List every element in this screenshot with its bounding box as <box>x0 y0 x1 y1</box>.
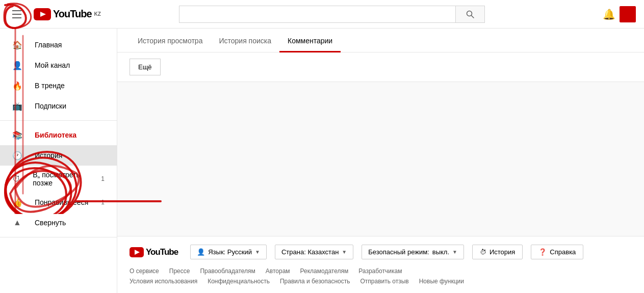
footer-links: О сервисе Прессе Правообладателям Автора… <box>130 268 632 275</box>
footer-youtube-icon <box>130 247 144 257</box>
sidebar-item-watch-later[interactable]: ⏱ В„ посмотреть позже 1 <box>0 166 117 192</box>
sidebar-item-liked[interactable]: 👍 Понравившееся 1 <box>0 192 117 212</box>
sidebar-label-collapse: Свернуть <box>35 219 66 227</box>
footer-logo-text: YouTube <box>146 247 178 257</box>
history-icon: 🕐 <box>12 150 22 161</box>
footer-logo: YouTube <box>130 247 178 257</box>
safe-mode-status: выкл. <box>432 248 449 256</box>
history-footer-icon: ⏱ <box>480 248 486 256</box>
trending-icon: 🔥 <box>12 81 22 91</box>
footer-sub-links: Условия использования Конфиденциальность… <box>130 278 632 285</box>
hamburger-button[interactable] <box>8 6 25 22</box>
sidebar-item-history[interactable]: 🕐 История <box>0 145 117 166</box>
logo[interactable]: YouTubeKZ <box>34 8 101 20</box>
collapse-icon: ▲ <box>12 218 22 228</box>
history-footer-label: История <box>490 248 515 256</box>
subscriptions-icon: 📺 <box>12 101 22 111</box>
tab-comments[interactable]: Комментарии <box>279 29 341 52</box>
empty-content-area <box>117 82 644 236</box>
layout: 🏠 Главная 👤 Мой канал 🔥 В тренде 📺 Подпи… <box>0 29 644 293</box>
footer-link-press[interactable]: Прессе <box>169 268 190 275</box>
country-selector[interactable]: Страна: Казахстан ▼ <box>275 245 353 259</box>
sidebar: 🏠 Главная 👤 Мой канал 🔥 В тренде 📺 Подпи… <box>0 29 117 293</box>
footer-link-advertisers[interactable]: Рекламодателям <box>300 268 349 275</box>
sidebar-label-subscriptions: Подписки <box>35 102 66 110</box>
sidebar-label-home: Главная <box>35 41 62 49</box>
footer-top: YouTube 👤 Язык: Русский ▼ Страна: Казахс… <box>130 245 632 268</box>
history-footer-button[interactable]: ⏱ История <box>472 245 523 259</box>
lang-icon: 👤 <box>197 248 205 256</box>
logo-text: YouTube <box>53 8 92 20</box>
lang-label: Язык: Русский <box>208 248 252 256</box>
footer-link-creators[interactable]: Авторам <box>266 268 290 275</box>
header-left: YouTubeKZ <box>8 6 120 22</box>
logo-suffix: KZ <box>94 11 101 17</box>
sidebar-item-my-channel[interactable]: 👤 Мой канал <box>0 55 117 75</box>
footer-link-terms[interactable]: Условия использования <box>130 278 197 285</box>
footer: YouTube 👤 Язык: Русский ▼ Страна: Казахс… <box>117 236 644 293</box>
sidebar-divider-1 <box>0 120 117 121</box>
more-btn-row: Ещё <box>117 52 644 82</box>
avatar[interactable] <box>620 6 636 22</box>
help-icon: ❓ <box>538 248 547 256</box>
language-selector[interactable]: 👤 Язык: Русский ▼ <box>190 245 267 259</box>
sidebar-label-trending: В тренде <box>35 82 65 90</box>
sidebar-label-my-channel: Мой канал <box>35 61 70 69</box>
footer-link-new-features[interactable]: Новые функции <box>419 278 464 285</box>
search-input[interactable] <box>179 6 455 23</box>
help-button[interactable]: ❓ Справка <box>531 245 583 259</box>
home-icon: 🏠 <box>12 40 22 50</box>
header: YouTubeKZ 🔔 <box>0 0 644 29</box>
watch-later-icon: ⏱ <box>12 174 20 184</box>
lang-chevron-icon: ▼ <box>255 249 260 255</box>
sidebar-label-liked: Понравившееся <box>35 198 88 206</box>
search-bar <box>179 6 485 23</box>
footer-link-about[interactable]: О сервисе <box>130 268 159 275</box>
liked-count: 1 <box>101 199 105 206</box>
help-label: Справка <box>550 248 576 256</box>
sidebar-item-collapse[interactable]: ▲ Свернуть <box>0 212 117 233</box>
search-icon <box>466 10 474 18</box>
youtube-logo-icon <box>34 8 51 20</box>
sidebar-item-library[interactable]: 📚 Библиотека <box>0 125 117 145</box>
svg-line-10 <box>472 15 474 18</box>
tab-search-history[interactable]: История поиска <box>211 29 279 52</box>
tab-watch-history[interactable]: История просмотра <box>130 29 211 52</box>
safe-mode-label: Безопасный режим: <box>368 248 429 256</box>
country-label: Страна: Казахстан <box>281 248 339 256</box>
library-icon: 📚 <box>12 130 22 140</box>
watch-later-count: 1 <box>101 175 105 182</box>
country-chevron-icon: ▼ <box>342 249 347 255</box>
footer-link-feedback[interactable]: Отправить отзыв <box>360 278 408 285</box>
sidebar-label-library: Библиотека <box>35 131 76 139</box>
sidebar-item-trending[interactable]: 🔥 В тренде <box>0 75 117 96</box>
safe-mode-selector[interactable]: Безопасный режим: выкл. ▼ <box>362 245 464 259</box>
sidebar-divider-2 <box>0 237 117 237</box>
sidebar-item-home[interactable]: 🏠 Главная <box>0 35 117 55</box>
tabs-bar: История просмотра История поиска Коммент… <box>117 29 644 52</box>
footer-link-policy[interactable]: Правила и безопасность <box>280 278 350 285</box>
footer-link-developers[interactable]: Разработчикам <box>358 268 402 275</box>
main-content: История просмотра История поиска Коммент… <box>117 29 644 293</box>
more-button[interactable]: Ещё <box>130 59 161 75</box>
notification-bell-icon[interactable]: 🔔 <box>603 8 615 20</box>
liked-icon: 👍 <box>12 197 22 207</box>
sidebar-item-subscriptions[interactable]: 📺 Подписки <box>0 96 117 116</box>
header-right: 🔔 <box>603 6 636 22</box>
sidebar-label-watch-later: В„ посмотреть позже <box>33 171 89 187</box>
search-button[interactable] <box>455 6 485 23</box>
footer-link-privacy[interactable]: Конфиденциальность <box>208 278 270 285</box>
sidebar-label-history: История <box>35 151 62 159</box>
safe-mode-chevron-icon: ▼ <box>452 249 457 255</box>
my-channel-icon: 👤 <box>12 60 22 70</box>
footer-link-copyright[interactable]: Правообладателям <box>200 268 255 275</box>
